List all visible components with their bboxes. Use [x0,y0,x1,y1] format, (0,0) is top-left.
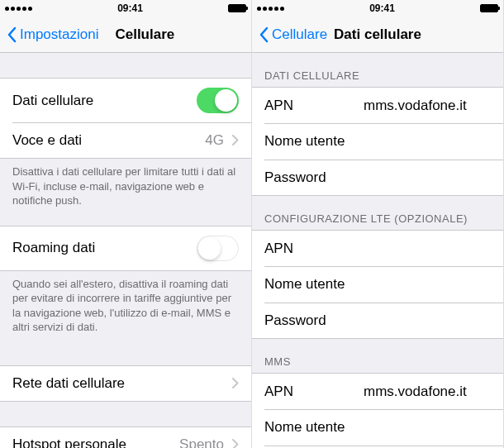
status-bar: 09:41 [252,0,503,17]
field-label: Password [264,312,347,329]
phone-right: 09:41 Cellulare Dati cellulare DATI CELL… [252,0,504,448]
field-label: Nome utente [264,276,347,293]
row-hotspot[interactable]: Hotspot personale Spento [0,427,251,448]
nav-bar: Impostazioni Cellulare [0,17,251,53]
chevron-left-icon [7,26,17,43]
row-value: Spento [179,436,224,448]
phone-left: 09:41 Impostazioni Cellulare Dati cellul… [0,0,252,448]
back-label: Impostazioni [20,26,98,43]
chevron-left-icon [259,26,269,43]
back-button[interactable]: Cellulare [252,26,327,43]
field-label: APN [264,384,347,400]
nav-bar: Cellulare Dati cellulare [252,17,503,53]
row-roaming[interactable]: Roaming dati [0,226,251,271]
row-pass-1[interactable]: Password [252,160,503,196]
row-user-2[interactable]: Nome utente [252,266,503,303]
row-rete-dati[interactable]: Rete dati cellulare [0,365,251,402]
roaming-footer: Quando sei all'estero, disattiva il roam… [0,271,251,341]
signal-icon [257,7,284,11]
row-dati-cellulare[interactable]: Dati cellulare [0,78,251,122]
settings-list[interactable]: DATI CELLULARE APN mms.vodafone.it Nome … [252,53,503,448]
row-user-1[interactable]: Nome utente [252,123,503,160]
chevron-right-icon [232,378,239,388]
field-label: Nome utente [264,133,347,150]
chevron-right-icon [232,135,239,145]
roaming-toggle[interactable] [197,236,239,261]
row-user-3[interactable]: Nome utente [252,409,503,446]
row-apn-1[interactable]: APN mms.vodafone.it [252,87,503,123]
row-voce-dati[interactable]: Voce e dati 4G [0,122,251,159]
dati-footer: Disattiva i dati cellulare per limitare … [0,159,251,214]
dati-toggle[interactable] [197,88,239,113]
field-label: APN [264,241,347,257]
field-label: APN [264,98,347,114]
apn-input[interactable]: mms.vodafone.it [364,98,467,114]
signal-icon [5,7,32,11]
field-label: Nome utente [264,419,347,436]
row-apn-2[interactable]: APN [252,230,503,266]
battery-icon [228,4,246,12]
back-label: Cellulare [272,26,327,43]
page-title: Dati cellulare [334,26,421,43]
row-label: Rete dati cellulare [12,375,224,392]
field-label: Password [264,169,347,186]
row-label: Voce e dati [12,132,205,149]
battery-icon [480,4,498,12]
section-lte: CONFIGURAZIONE LTE (OPZIONALE) [252,207,503,230]
status-bar: 09:41 [0,0,251,17]
row-pass-2[interactable]: Password [252,303,503,339]
row-apn-3[interactable]: APN mms.vodafone.it [252,373,503,409]
page-title: Cellulare [115,26,174,43]
status-time: 09:41 [369,2,395,14]
chevron-right-icon [232,439,239,448]
apn-input[interactable]: mms.vodafone.it [364,384,467,400]
status-time: 09:41 [117,2,143,14]
back-button[interactable]: Impostazioni [0,26,98,43]
settings-list[interactable]: Dati cellulare Voce e dati 4G Disattiva … [0,53,251,448]
row-value: 4G [205,132,224,149]
section-dati-cellulare: DATI CELLULARE [252,64,503,87]
row-label: Dati cellulare [12,93,197,109]
section-mms: MMS [252,350,503,373]
row-label: Hotspot personale [12,436,179,448]
row-label: Roaming dati [12,240,197,256]
